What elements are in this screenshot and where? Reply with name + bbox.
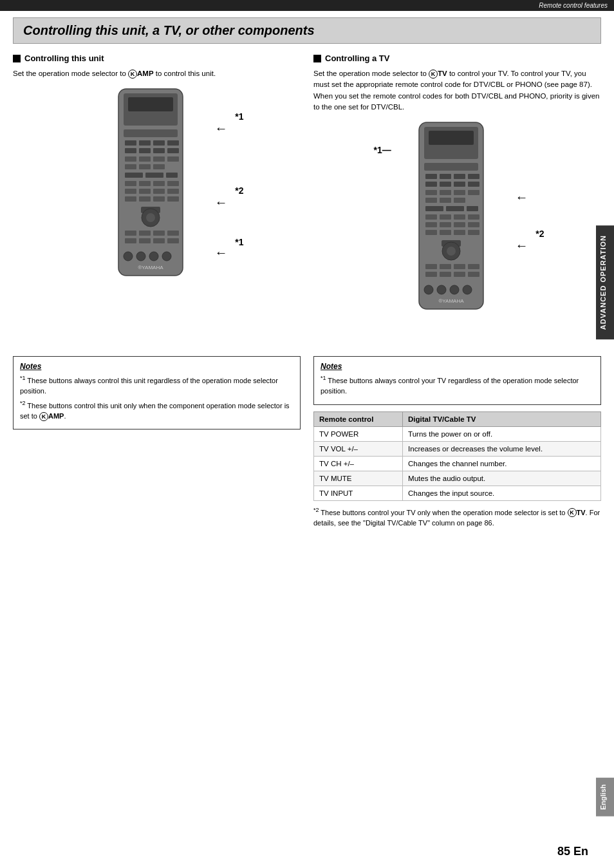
left-remote-svg: ®YAMAHA	[106, 86, 209, 292]
svg-rect-87	[425, 264, 437, 269]
svg-point-48	[162, 252, 171, 261]
svg-rect-7	[167, 140, 179, 146]
svg-rect-14	[153, 156, 165, 162]
svg-rect-78	[454, 222, 465, 227]
table-col2-header: Digital TV/Cable TV	[403, 411, 601, 426]
right-notes-section: Notes *1 These buttons always control yo…	[313, 356, 601, 405]
table-row: TV MUTEMutes the audio output.	[314, 471, 601, 486]
svg-rect-61	[468, 182, 479, 187]
svg-rect-67	[440, 198, 451, 203]
svg-rect-52	[429, 131, 474, 145]
svg-point-36	[146, 213, 155, 222]
svg-rect-13	[139, 156, 151, 162]
svg-rect-27	[139, 189, 151, 194]
svg-rect-82	[454, 230, 465, 235]
svg-rect-60	[454, 182, 465, 187]
table-cell-control: TV MUTE	[314, 471, 403, 486]
svg-rect-56	[454, 174, 465, 179]
amp2-circle-icon: K	[39, 412, 48, 421]
right-heading-square-icon	[313, 55, 321, 62]
tv2-circle-icon: K	[568, 508, 577, 517]
svg-rect-29	[167, 189, 179, 194]
right-notes-title: Notes	[321, 362, 594, 371]
svg-rect-39	[153, 231, 165, 236]
two-column-bottom: Notes *1 These buttons always control th…	[13, 346, 601, 531]
svg-rect-53	[424, 163, 478, 171]
svg-rect-5	[139, 140, 151, 146]
left-notes-col: Notes *1 These buttons always control th…	[13, 346, 301, 429]
svg-rect-44	[167, 238, 179, 243]
svg-rect-42	[139, 238, 151, 243]
left-heading-text: Controlling this unit	[24, 53, 104, 63]
left-section-heading: Controlling this unit	[13, 53, 301, 63]
table-row: TV CH +/–Changes the channel number.	[314, 456, 601, 471]
table-cell-control: TV INPUT	[314, 486, 403, 500]
svg-text:®YAMAHA: ®YAMAHA	[438, 298, 464, 304]
svg-rect-72	[425, 214, 437, 220]
right-section-text: Set the operation mode selector to KTV t…	[313, 68, 601, 113]
svg-rect-41	[125, 238, 136, 243]
svg-rect-57	[468, 174, 479, 179]
svg-rect-74	[454, 214, 465, 220]
tv-circle-icon: K	[429, 70, 438, 79]
svg-point-98	[463, 285, 472, 294]
page-number: 85 En	[557, 845, 588, 858]
svg-rect-71	[467, 206, 478, 211]
table-cell-control: TV CH +/–	[314, 456, 403, 471]
page-title: Controlling this unit, a TV, or other co…	[23, 23, 591, 38]
top-bar-label: Remote control features	[539, 2, 608, 9]
top-bar: Remote control features	[0, 0, 614, 11]
svg-rect-22	[125, 181, 136, 186]
svg-rect-15	[167, 156, 179, 162]
remote-control-table: Remote control Digital TV/Cable TV TV PO…	[313, 411, 601, 501]
table-row: TV VOL +/–Increases or decreases the vol…	[314, 441, 601, 456]
svg-rect-24	[153, 181, 165, 186]
table-cell-control: TV VOL +/–	[314, 441, 403, 456]
svg-text:®YAMAHA: ®YAMAHA	[138, 265, 163, 270]
svg-rect-3	[124, 129, 178, 137]
two-column-top: Controlling this unit Set the operation …	[13, 53, 601, 334]
right-arrow1: ←	[516, 190, 528, 205]
svg-rect-88	[440, 264, 451, 269]
svg-rect-9	[139, 148, 151, 153]
left-remote-wrap: ®YAMAHA *1 *2 *1 ← ← ←	[106, 86, 209, 294]
svg-rect-30	[125, 196, 136, 202]
right-remote-svg: ®YAMAHA	[406, 119, 509, 325]
title-box: Controlling this unit, a TV, or other co…	[13, 17, 601, 44]
svg-rect-64	[454, 190, 465, 195]
svg-point-96	[437, 285, 446, 294]
svg-rect-77	[440, 222, 451, 227]
left-arrow3: ←	[215, 245, 228, 260]
svg-rect-66	[425, 198, 437, 203]
svg-rect-93	[454, 272, 465, 277]
svg-rect-58	[425, 182, 437, 187]
table-row: TV INPUTChanges the input source.	[314, 486, 601, 500]
left-star2-label: *2	[235, 185, 243, 196]
svg-rect-75	[468, 214, 479, 220]
right-remote-container: ®YAMAHA *1— *2 ← ←	[313, 119, 601, 327]
right-note-1: *1 These buttons always control your TV …	[321, 374, 594, 397]
left-note-2: *2 These buttons control this unit only …	[20, 399, 293, 422]
svg-rect-43	[153, 238, 165, 243]
svg-rect-89	[454, 264, 465, 269]
svg-rect-91	[425, 272, 437, 277]
right-star1-label: *1—	[374, 145, 391, 155]
right-arrow2: ←	[516, 238, 528, 253]
svg-rect-25	[167, 181, 179, 186]
svg-rect-59	[440, 182, 451, 187]
right-section-heading: Controlling a TV	[313, 53, 601, 63]
main-content: Controlling this unit, a TV, or other co…	[0, 11, 614, 543]
svg-rect-76	[425, 222, 437, 227]
svg-rect-23	[139, 181, 151, 186]
svg-rect-63	[440, 190, 451, 195]
svg-rect-68	[454, 198, 465, 203]
svg-rect-12	[125, 156, 136, 162]
heading-square-icon	[13, 55, 21, 62]
left-arrow1: ←	[215, 121, 228, 136]
svg-point-86	[447, 247, 456, 256]
left-column: Controlling this unit Set the operation …	[13, 53, 301, 334]
svg-rect-38	[139, 231, 151, 236]
right-column: Controlling a TV Set the operation mode …	[313, 53, 601, 334]
svg-rect-26	[125, 189, 136, 194]
table-cell-desc: Changes the input source.	[403, 486, 601, 500]
